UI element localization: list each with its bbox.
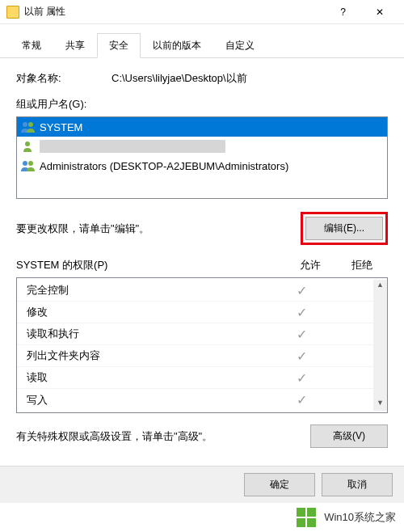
list-item-label: Administrators (DESKTOP-A2JEBUM\Administ… [40,160,288,172]
tab-bar: 常规 共享 安全 以前的版本 自定义 [0,24,404,58]
groups-listbox[interactable]: SYSTEM Administrators (DESKTOP-A2JEBUM\A… [16,116,388,199]
scroll-down-icon[interactable]: ▼ [377,399,384,410]
scrollbar[interactable]: ▲ ▼ [373,280,387,411]
object-name-label: 对象名称: [16,71,79,86]
users-icon [20,120,36,133]
edit-highlight: 编辑(E)... [301,212,388,245]
list-item-label [40,140,225,153]
list-item[interactable]: SYSTEM [17,117,387,137]
tab-general[interactable]: 常规 [10,33,53,58]
advanced-button[interactable]: 高级(V) [310,424,388,448]
check-icon: ✓ [280,370,323,386]
table-row[interactable]: 读取 ✓ [17,367,373,389]
window-title: 以前 属性 [24,5,325,19]
allow-header: 允许 [284,258,336,272]
table-row[interactable]: 写入 ✓ [17,389,373,411]
tab-sharing[interactable]: 共享 [53,33,97,58]
tab-customize[interactable]: 自定义 [213,33,267,58]
permissions-label: SYSTEM 的权限(P) [16,258,284,272]
permissions-table: 完全控制 ✓ 修改 ✓ 读取和执行 ✓ 列出文件夹内容 ✓ [16,277,388,413]
tab-previous-versions[interactable]: 以前的版本 [141,33,213,58]
windows-logo-icon [297,508,316,527]
list-item[interactable] [17,137,387,156]
list-item[interactable]: Administrators (DESKTOP-A2JEBUM\Administ… [17,156,387,175]
groups-label: 组或用户名(G): [16,97,388,112]
table-row[interactable]: 完全控制 ✓ [17,280,373,302]
table-row[interactable]: 读取和执行 ✓ [17,323,373,345]
svg-point-4 [28,161,33,166]
svg-point-1 [28,122,33,127]
edit-hint-text: 要更改权限，请单击"编辑"。 [16,222,301,236]
perm-name: 列出文件夹内容 [27,348,280,363]
users-icon [20,159,36,172]
check-icon: ✓ [280,348,323,364]
dialog-buttons: 确定 取消 [0,466,404,503]
table-row[interactable]: 列出文件夹内容 ✓ [17,345,373,367]
table-row[interactable]: 修改 ✓ [17,302,373,323]
user-icon [20,140,36,153]
svg-point-0 [23,122,27,127]
close-button[interactable]: ✕ [361,1,398,23]
help-button[interactable]: ? [325,1,361,23]
perm-name: 写入 [27,393,280,407]
deny-header: 拒绝 [336,258,388,272]
object-name-value: C:\Users\lilyjae\Desktop\以前 [79,71,388,86]
titlebar: 以前 属性 ? ✕ [0,0,404,24]
tab-security[interactable]: 安全 [97,33,141,58]
check-icon: ✓ [280,327,323,342]
perm-name: 读取 [27,370,280,385]
edit-button[interactable]: 编辑(E)... [305,217,383,240]
perm-name: 完全控制 [27,283,280,298]
list-item-label: SYSTEM [40,121,82,133]
advanced-hint-text: 有关特殊权限或高级设置，请单击"高级"。 [16,429,310,444]
perm-name: 修改 [27,305,280,319]
check-icon: ✓ [280,283,323,298]
cancel-button[interactable]: 取消 [322,473,393,496]
watermark: Win10系统之家 [0,503,404,532]
check-icon: ✓ [280,305,323,320]
check-icon: ✓ [280,392,323,407]
svg-point-2 [25,141,30,146]
perm-name: 读取和执行 [27,327,280,341]
ok-button[interactable]: 确定 [244,473,315,496]
svg-point-3 [23,161,27,166]
folder-icon [6,6,19,19]
footer-text: Win10系统之家 [324,510,396,525]
scroll-up-icon[interactable]: ▲ [377,281,384,292]
